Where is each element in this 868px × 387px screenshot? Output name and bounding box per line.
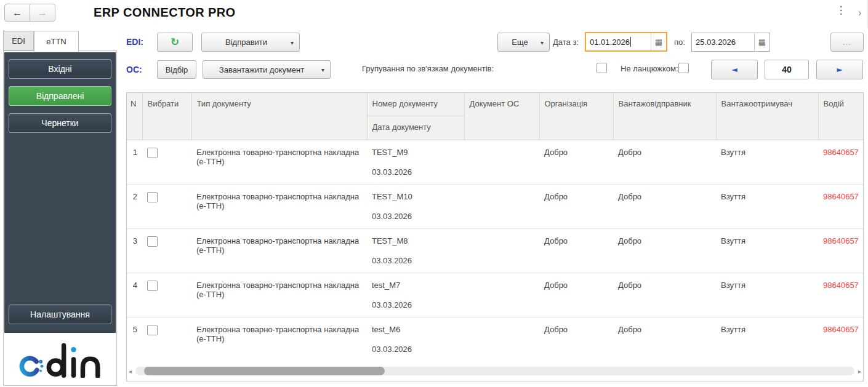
page-prev-button[interactable]: ◄	[711, 60, 758, 79]
table-header-row: N Вибрати Тип документу Номер документу …	[127, 93, 863, 140]
calendar-icon: ▦	[655, 38, 662, 47]
column-header-number-date[interactable]: Номер документу Дата документу	[367, 93, 464, 140]
page-next-button[interactable]: ►	[816, 60, 863, 79]
org-cell: Добро	[539, 273, 613, 317]
sidebar-item-sent[interactable]: Відправлені	[9, 86, 111, 106]
sidebar-item-inbox[interactable]: Вхідні	[9, 59, 111, 79]
nav-buttons: ← →	[4, 4, 55, 22]
scrollbar-thumb[interactable]	[144, 367, 385, 375]
shipper-cell: Добро	[613, 317, 716, 362]
forward-button[interactable]: →	[30, 4, 55, 22]
panel-chevron-button[interactable]: ›	[858, 7, 861, 18]
doc-os-cell	[464, 140, 539, 185]
column-header-n[interactable]: N	[127, 93, 142, 140]
row-number: 1	[127, 140, 142, 185]
calendar-icon: ▦	[758, 38, 766, 47]
edi-label: EDI:	[126, 37, 143, 47]
doc-number-cell: TEST_M1003.03.2026	[367, 185, 464, 229]
doc-type-cell: Електронна товарно-транспортна накладна …	[191, 273, 367, 317]
refresh-button[interactable]: ↻	[157, 33, 193, 52]
shipper-cell: Добро	[613, 229, 716, 273]
org-cell: Добро	[539, 185, 613, 229]
chevron-right-icon: ›	[858, 7, 861, 18]
horizontal-scrollbar: ◂ ▸	[127, 361, 863, 381]
column-header-doc-number[interactable]: Номер документу	[368, 93, 464, 116]
row-checkbox[interactable]	[147, 192, 158, 202]
row-number: 3	[127, 229, 142, 273]
doc-date: 03.03.2026	[372, 167, 459, 177]
doc-number: TEST_M8	[372, 236, 459, 245]
column-header-driver[interactable]: Водій	[818, 93, 863, 140]
load-document-button[interactable]: Завантажити документ ▾	[203, 60, 331, 79]
table-row[interactable]: 3 Електронна товарно-транспортна накладн…	[127, 229, 863, 273]
date-to-value: 25.03.2026	[692, 38, 736, 47]
send-button-label: Відправити	[225, 38, 267, 47]
column-header-doc-date[interactable]: Дата документу	[368, 116, 464, 140]
date-from-input[interactable]: 01.01.2026 ▦	[585, 32, 667, 52]
doc-os-cell	[464, 185, 539, 229]
org-cell: Добро	[539, 140, 613, 185]
send-button[interactable]: Відправити ▾	[201, 33, 300, 52]
column-header-shipper[interactable]: Вантажовідправник	[613, 93, 716, 140]
calendar-button[interactable]: ▦	[651, 33, 666, 50]
row-checkbox[interactable]	[147, 236, 158, 247]
kebab-menu-button[interactable]: ⋮	[835, 4, 846, 18]
table-row[interactable]: 4 Електронна товарно-транспортна накладн…	[127, 273, 863, 317]
arrow-right-icon: ►	[837, 65, 842, 74]
table-row[interactable]: 1 Електронна товарно-транспортна накладн…	[127, 140, 863, 185]
kebab-icon: ⋮	[836, 4, 846, 16]
row-checkbox[interactable]	[147, 148, 158, 158]
forward-icon: →	[38, 7, 47, 18]
org-cell: Добро	[539, 229, 613, 273]
row-checkbox[interactable]	[147, 325, 158, 335]
scrollbar-track[interactable]	[135, 367, 854, 375]
date-to-input[interactable]: 25.03.2026 ▦	[691, 33, 770, 52]
doc-number: TEST_M10	[372, 192, 459, 201]
scroll-right-icon[interactable]: ▸	[858, 368, 861, 375]
date-to-label: по:	[674, 38, 685, 47]
not-chain-checkbox[interactable]	[678, 63, 689, 73]
tab-ettn[interactable]: eTTN	[34, 31, 79, 52]
column-header-doc-type[interactable]: Тип документу	[191, 93, 367, 140]
shipper-cell: Добро	[613, 140, 716, 185]
doc-os-cell	[464, 317, 539, 362]
date-from-value: 01.01.2026	[586, 38, 630, 47]
consignee-cell: Взуття	[716, 273, 818, 317]
consignee-cell: Взуття	[716, 229, 818, 273]
doc-number: TEST_M9	[372, 148, 459, 157]
driver-cell: 98640657	[818, 273, 863, 317]
row-checkbox[interactable]	[147, 281, 158, 291]
table-row[interactable]: 5 Електронна товарно-транспортна накладн…	[127, 317, 863, 362]
row-number: 2	[127, 185, 142, 229]
page-size-input[interactable]: 40	[765, 60, 809, 79]
back-button[interactable]: ←	[4, 4, 30, 22]
consignee-cell: Взуття	[716, 140, 818, 185]
group-by-links-checkbox[interactable]	[597, 63, 607, 73]
oc-label: ОС:	[126, 65, 142, 74]
scroll-left-icon[interactable]: ◂	[129, 368, 132, 375]
sidebar-item-drafts[interactable]: Чернетки	[9, 113, 111, 133]
calendar-button[interactable]: ▦	[754, 33, 770, 51]
filter-button[interactable]: Відбір	[157, 60, 196, 79]
tab-edi[interactable]: EDI	[3, 31, 34, 50]
divider	[867, 0, 867, 28]
column-header-doc-os[interactable]: Документ ОС	[464, 93, 539, 140]
sidebar: Вхідні Відправлені Чернетки Налаштування	[3, 50, 117, 386]
group-by-links-label: Групування по зв'язкам документів:	[362, 64, 494, 73]
text-caret	[630, 37, 631, 47]
doc-number-cell: TEST_M803.03.2026	[367, 229, 464, 273]
org-cell: Добро	[539, 317, 613, 362]
column-header-org[interactable]: Організація	[539, 93, 613, 140]
more-button[interactable]: Еще ▾	[497, 33, 550, 52]
sidebar-item-settings[interactable]: Налаштування	[9, 305, 111, 324]
doc-os-cell	[464, 229, 539, 273]
ellipsis-button[interactable]: ...	[830, 33, 864, 52]
table-row[interactable]: 2 Електронна товарно-транспортна накладн…	[127, 185, 863, 229]
doc-date: 03.03.2026	[372, 345, 459, 354]
edin-logo-image	[17, 342, 104, 378]
column-header-select[interactable]: Вибрати	[142, 93, 191, 140]
column-header-consignee[interactable]: Вантажоотримувач	[716, 93, 818, 140]
documents-table-container: N Вибрати Тип документу Номер документу …	[126, 92, 864, 381]
doc-type-cell: Електронна товарно-транспортна накладна …	[191, 317, 367, 362]
load-document-label: Завантажити документ	[219, 65, 304, 74]
